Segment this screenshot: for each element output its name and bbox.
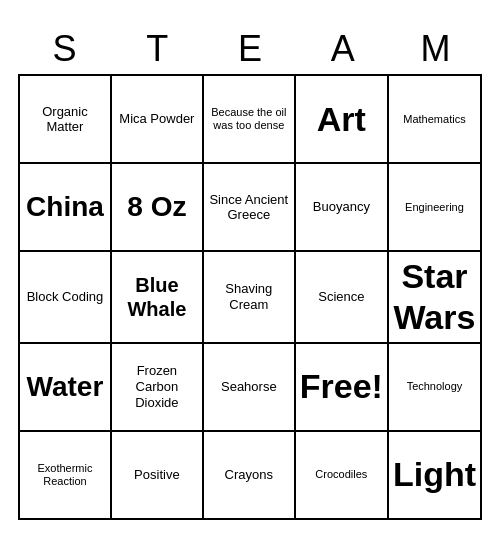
bingo-card: STEAM Organic MatterMica PowderBecause t…: [10, 16, 490, 528]
bingo-cell-2: Because the oil was too dense: [204, 76, 296, 164]
bingo-cell-13: Science: [296, 252, 389, 344]
bingo-cell-23: Crocodiles: [296, 432, 389, 520]
bingo-cell-11: Blue Whale: [112, 252, 204, 344]
bingo-grid: Organic MatterMica PowderBecause the oil…: [18, 74, 482, 520]
header-letter-m: M: [389, 24, 482, 74]
bingo-cell-5: China: [20, 164, 112, 252]
bingo-cell-12: Shaving Cream: [204, 252, 296, 344]
header-letter-t: T: [111, 24, 204, 74]
bingo-cell-9: Engineering: [389, 164, 482, 252]
bingo-cell-0: Organic Matter: [20, 76, 112, 164]
bingo-cell-1: Mica Powder: [112, 76, 204, 164]
header-letter-a: A: [296, 24, 389, 74]
header-letter-e: E: [204, 24, 297, 74]
bingo-cell-21: Positive: [112, 432, 204, 520]
bingo-cell-24: Light: [389, 432, 482, 520]
bingo-cell-6: 8 Oz: [112, 164, 204, 252]
bingo-cell-8: Buoyancy: [296, 164, 389, 252]
bingo-cell-16: Frozen Carbon Dioxide: [112, 344, 204, 432]
bingo-cell-7: Since Ancient Greece: [204, 164, 296, 252]
bingo-cell-4: Mathematics: [389, 76, 482, 164]
bingo-cell-20: Exothermic Reaction: [20, 432, 112, 520]
bingo-cell-3: Art: [296, 76, 389, 164]
bingo-cell-18: Free!: [296, 344, 389, 432]
bingo-cell-15: Water: [20, 344, 112, 432]
bingo-cell-22: Crayons: [204, 432, 296, 520]
bingo-cell-14: Star Wars: [389, 252, 482, 344]
bingo-cell-17: Seahorse: [204, 344, 296, 432]
bingo-header: STEAM: [18, 24, 482, 74]
bingo-cell-19: Technology: [389, 344, 482, 432]
header-letter-s: S: [18, 24, 111, 74]
bingo-cell-10: Block Coding: [20, 252, 112, 344]
